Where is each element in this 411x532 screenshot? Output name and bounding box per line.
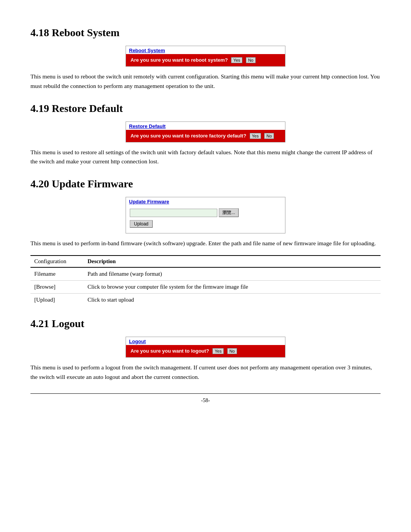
logout-ui-box: Logout Are you sure you want to logout? … bbox=[126, 337, 285, 358]
reboot-question: Are you sure you want to reboot system? bbox=[131, 57, 228, 63]
reboot-screenshot: Reboot System Are you sure you want to r… bbox=[30, 46, 381, 67]
firmware-ui-box: Update Firmware 瀏覽... Upload bbox=[126, 197, 285, 233]
reboot-no-button[interactable]: No bbox=[246, 57, 256, 63]
reboot-description: This menu is used to reboot the switch u… bbox=[30, 72, 381, 91]
table-row: FilenamePath and filename (warp format) bbox=[30, 267, 381, 281]
logout-no-button[interactable]: No bbox=[227, 348, 237, 354]
firmware-filename-input[interactable] bbox=[130, 209, 217, 217]
section-firmware: 4.20 Update Firmware Update Firmware 瀏覽.… bbox=[30, 178, 381, 306]
restore-screenshot: Restore Default Are you sure you want to… bbox=[30, 121, 381, 142]
restore-ui-body: Are you sure you want to restore factory… bbox=[126, 130, 285, 142]
section-restore: 4.19 Restore Default Restore Default Are… bbox=[30, 102, 381, 167]
reboot-ui-title: Reboot System bbox=[126, 46, 285, 54]
reboot-yes-button[interactable]: Yes bbox=[231, 57, 242, 63]
firmware-description: This menu is used to perform in-band fir… bbox=[30, 239, 381, 248]
restore-ui-box: Restore Default Are you sure you want to… bbox=[126, 121, 285, 142]
firmware-upload-row: Upload bbox=[126, 219, 285, 229]
section-logout: 4.21 Logout Logout Are you sure you want… bbox=[30, 318, 381, 382]
heading-reboot: 4.18 Reboot System bbox=[30, 27, 381, 39]
restore-yes-button[interactable]: Yes bbox=[250, 133, 261, 139]
reboot-ui-box: Reboot System Are you sure you want to r… bbox=[126, 46, 285, 67]
logout-ui-title: Logout bbox=[126, 337, 285, 345]
firmware-ui-title: Update Firmware bbox=[126, 197, 285, 205]
table-cell-config: Filename bbox=[30, 267, 84, 281]
logout-description: This menu is used to perform a logout fr… bbox=[30, 363, 381, 382]
logout-screenshot: Logout Are you sure you want to logout? … bbox=[30, 337, 381, 358]
table-header-description: Description bbox=[84, 256, 381, 267]
restore-no-button[interactable]: No bbox=[264, 133, 274, 139]
page-footer: -58- bbox=[30, 393, 381, 404]
firmware-input-row: 瀏覽... bbox=[126, 205, 285, 219]
reboot-ui-body: Are you sure you want to reboot system? … bbox=[126, 54, 285, 66]
table-cell-config: [Browse] bbox=[30, 280, 84, 293]
firmware-ui-wrapper: Update Firmware 瀏覽... Upload bbox=[126, 197, 285, 233]
restore-description: This menu is used to restore all setting… bbox=[30, 148, 381, 167]
table-cell-description: Path and filename (warp format) bbox=[84, 267, 381, 281]
table-header-config: Configuration bbox=[30, 256, 84, 267]
firmware-config-table: Configuration Description FilenamePath a… bbox=[30, 255, 381, 306]
logout-question: Are you sure you want to logout? bbox=[131, 348, 209, 354]
restore-question: Are you sure you want to restore factory… bbox=[131, 133, 246, 139]
section-reboot: 4.18 Reboot System Reboot System Are you… bbox=[30, 27, 381, 91]
restore-ui-title: Restore Default bbox=[126, 122, 285, 130]
page-number: -58- bbox=[201, 398, 210, 403]
reboot-ui-wrapper: Reboot System Are you sure you want to r… bbox=[126, 46, 285, 67]
heading-restore: 4.19 Restore Default bbox=[30, 102, 381, 115]
browse-button[interactable]: 瀏覽... bbox=[219, 208, 239, 217]
table-row: [Upload]Click to start upload bbox=[30, 293, 381, 306]
heading-firmware: 4.20 Update Firmware bbox=[30, 178, 381, 190]
firmware-screenshot: Update Firmware 瀏覽... Upload bbox=[30, 197, 381, 233]
logout-ui-body: Are you sure you want to logout? Yes No bbox=[126, 345, 285, 357]
restore-ui-wrapper: Restore Default Are you sure you want to… bbox=[126, 121, 285, 142]
table-row: [Browse]Click to browse your computer fi… bbox=[30, 280, 381, 293]
table-cell-description: Click to browse your computer file syste… bbox=[84, 280, 381, 293]
heading-logout: 4.21 Logout bbox=[30, 318, 381, 330]
table-cell-config: [Upload] bbox=[30, 293, 84, 306]
logout-yes-button[interactable]: Yes bbox=[212, 348, 224, 354]
table-cell-description: Click to start upload bbox=[84, 293, 381, 306]
upload-button[interactable]: Upload bbox=[130, 220, 153, 228]
logout-ui-wrapper: Logout Are you sure you want to logout? … bbox=[126, 337, 285, 358]
